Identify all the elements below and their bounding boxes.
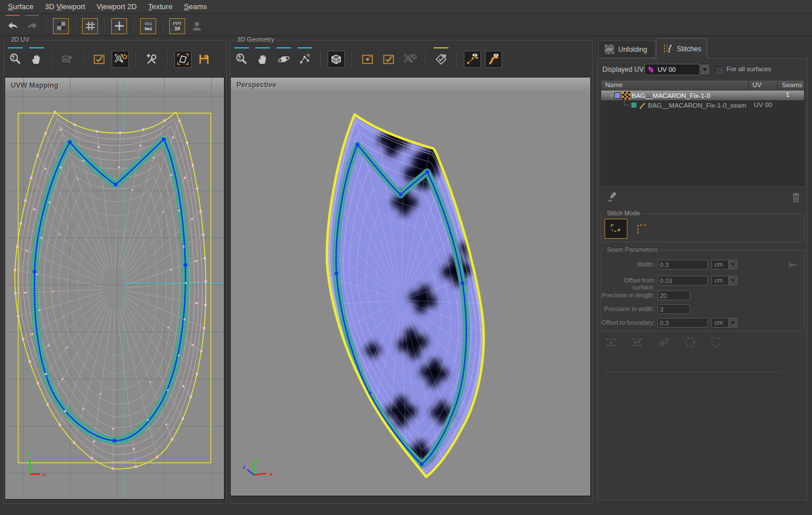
chevron-down-icon[interactable]: [728, 260, 737, 269]
svg-text:Perspective: Perspective: [236, 81, 276, 89]
offset-boundary-unit-select[interactable]: cm: [711, 318, 737, 328]
validate-eye-button[interactable]: [432, 51, 450, 68]
application-window: Surface3D ViewportViewport 2DTextureSeam…: [0, 0, 812, 515]
undo-arrow-button[interactable]: [5, 18, 21, 34]
person-button[interactable]: [189, 18, 205, 34]
svg-text:10: 10: [174, 26, 180, 31]
wireframe-cube-button[interactable]: [328, 51, 345, 68]
table-row[interactable]: BAG__MACARON_Fix-1-0_seam UV 00: [601, 100, 804, 110]
column-header-name[interactable]: Name: [601, 80, 749, 91]
seam-band-eye-button[interactable]: [485, 51, 502, 68]
column-header-seams[interactable]: Seams: [778, 80, 804, 91]
save-floppy-button[interactable]: [195, 51, 213, 68]
circle-dashed-button[interactable]: [681, 333, 699, 351]
seam-parameters-group: Seam Parameters Width: cm Offset from su…: [601, 250, 805, 332]
reset-width-icon[interactable]: [787, 259, 799, 271]
zoom-plus-minus-button[interactable]: [233, 51, 250, 68]
redo-arrow-button[interactable]: [24, 18, 40, 34]
tree-branch: [624, 101, 630, 105]
chevron-down-icon[interactable]: [728, 276, 737, 285]
offset-surface-unit-select[interactable]: cm: [711, 276, 737, 285]
ruler-10-button[interactable]: 10: [169, 18, 185, 34]
precision-width-input[interactable]: [658, 304, 690, 314]
zoom-region-power-button[interactable]: [401, 51, 418, 68]
surface-seam-count: 1: [786, 91, 789, 98]
displayed-uv-row: Displayed UV: UV 00 For all surfaces: [598, 64, 807, 76]
3d-canvas[interactable]: yzxPerspectivePerspective: [230, 77, 591, 496]
precision-length-input[interactable]: [658, 291, 690, 300]
width-input[interactable]: [658, 260, 708, 269]
seam-parameters-title: Seam Parameters: [605, 246, 660, 253]
quad-select-button[interactable]: [174, 51, 191, 68]
chevron-down-icon: [703, 68, 707, 71]
tree-branch: [605, 95, 609, 96]
for-all-surfaces-checkbox[interactable]: [715, 66, 722, 73]
seam-tools-row: [602, 333, 725, 351]
uv-canvas[interactable]: vuUVW MappingUVW Mapping: [5, 77, 225, 500]
delete-seam-trash-button[interactable]: [788, 189, 804, 205]
menu-viewport-2d[interactable]: Viewport 2D: [91, 2, 142, 11]
offset-boundary-label: Offset to boundary:: [601, 319, 655, 326]
column-header-uv[interactable]: UV: [749, 80, 778, 91]
transform-points-button[interactable]: [296, 51, 313, 68]
chevron-down-icon[interactable]: [728, 318, 737, 327]
crosshair-button[interactable]: [111, 18, 127, 34]
stitch-mode-edge-button[interactable]: [631, 220, 652, 238]
menu-texture[interactable]: Texture: [142, 2, 178, 11]
offset-boundary-input[interactable]: [658, 318, 708, 328]
displayed-uv-dropdown-button[interactable]: [700, 64, 710, 75]
pan-hand-button[interactable]: [28, 51, 45, 68]
orbit-button[interactable]: [275, 51, 292, 68]
zoom-region-power-button[interactable]: [112, 51, 129, 68]
table-row[interactable]: − BAG__MACARON_Fix-1-0 1: [601, 91, 804, 100]
toolbar-separator: [52, 51, 52, 67]
texture-unlink-button[interactable]: [59, 51, 76, 68]
arc-dashed-button[interactable]: [707, 333, 725, 351]
tab-stitches[interactable]: Stitches: [656, 38, 707, 59]
seam-curve-eye-button[interactable]: [464, 51, 481, 68]
displayed-uv-label: Displayed UV:: [602, 66, 646, 73]
toolbar-separator: [167, 51, 168, 67]
tools-button[interactable]: [143, 51, 160, 68]
menu-surface[interactable]: Surface: [2, 2, 39, 11]
menu-bar: Surface3D ViewportViewport 2DTextureSeam…: [0, 0, 812, 14]
toolbar-separator: [425, 51, 426, 67]
tab-stitches-label: Stitches: [677, 45, 701, 53]
snap-down-button[interactable]: [602, 333, 620, 351]
panel-2d-uv-title: 2D UV: [8, 36, 32, 43]
texture-checker-icon: [622, 92, 630, 100]
checkerboard-button[interactable]: [53, 18, 69, 34]
menu-3d-viewport[interactable]: 3D Viewport: [39, 2, 91, 11]
panel-3d-title: 3D Geometry: [234, 36, 277, 43]
tab-unfolding[interactable]: UV Unfolding: [598, 40, 655, 58]
width-label: Width:: [601, 261, 655, 268]
svg-text:0a1: 0a1: [145, 26, 153, 31]
surfaces-table: Name UV Seams − BAG__MACARON_Fix-1-0 1: [601, 80, 805, 186]
window-check-button[interactable]: [91, 51, 108, 68]
window-check-button[interactable]: [380, 51, 397, 68]
panel-3d-geometry: 3D Geometry yzxPerspectivePerspective: [230, 36, 593, 505]
zoom-plus-minus-button[interactable]: [7, 51, 24, 68]
displayed-uv-select[interactable]: UV 00: [644, 64, 700, 75]
width-unit-select[interactable]: cm: [711, 260, 737, 269]
snap-both-button[interactable]: [629, 333, 646, 351]
object-labels-button[interactable]: 0b10a1: [140, 18, 156, 34]
toolbar-separator: [456, 51, 457, 67]
radio-trash-button[interactable]: [655, 333, 672, 351]
svg-text:0b1: 0b1: [144, 21, 152, 26]
toolbar-separator: [104, 18, 105, 34]
edit-seam-pen-button[interactable]: [605, 189, 621, 205]
for-all-surfaces-label: For all surfaces: [727, 66, 772, 72]
menu-seams[interactable]: Seams: [178, 2, 213, 11]
stitch-mode-free-button[interactable]: [605, 219, 627, 239]
svg-text:UVW Mapping: UVW Mapping: [11, 81, 59, 89]
offset-surface-input[interactable]: [658, 276, 708, 285]
window-target-button[interactable]: [359, 51, 376, 68]
grid-lines-button[interactable]: [82, 18, 98, 34]
toolbar-3d-geometry: [233, 48, 502, 70]
precision-width-label: Precision in width:: [601, 305, 655, 312]
surface-name: BAG__MACARON_Fix-1-0: [631, 92, 710, 99]
seam-name: BAG__MACARON_Fix-1-0_seam: [648, 102, 746, 109]
tree-expander[interactable]: −: [610, 93, 613, 99]
pan-hand-button[interactable]: [254, 51, 271, 68]
